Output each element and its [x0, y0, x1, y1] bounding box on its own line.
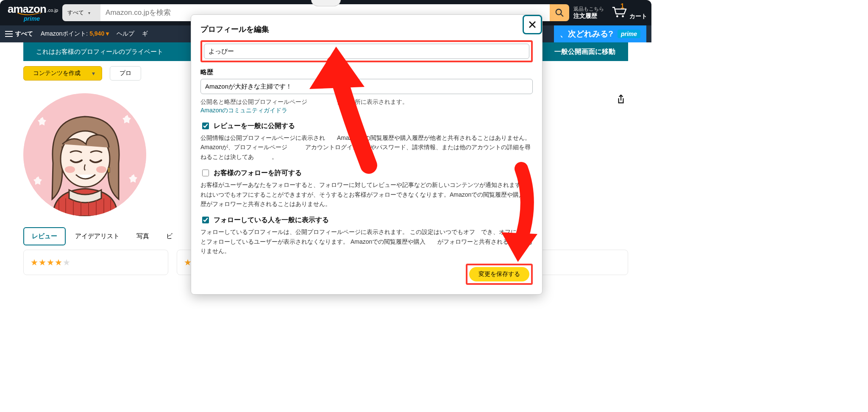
svg-point-2	[616, 15, 618, 17]
nav-right: 返品もこちら 注文履歴 1 カート	[573, 6, 647, 20]
close-icon	[529, 21, 536, 28]
nav-all-label: すべて	[15, 30, 33, 38]
tab-more[interactable]: ビ	[159, 227, 180, 245]
tab-idealist[interactable]: アイデアリスト	[67, 227, 127, 245]
save-button-highlight: 変更を保存する	[466, 264, 533, 285]
name-field-highlight	[200, 40, 533, 62]
avatar-illustration	[23, 93, 146, 216]
chevron-down-icon: ▾	[106, 30, 109, 37]
promo-text: 、次どれみる?	[560, 28, 613, 39]
cart-label: カート	[629, 12, 647, 20]
hamburger-icon	[5, 33, 13, 34]
prime-badge: prime	[618, 30, 640, 38]
allow-follow-checkbox[interactable]	[202, 170, 209, 176]
svg-rect-8	[108, 167, 110, 173]
public-reviews-desc: 公開情報は公開プロフィールページに表示され Amazonでの閲覧履歴や購入履歴が…	[200, 133, 533, 161]
bio-input[interactable]	[200, 79, 533, 94]
modal-title: プロフィールを編集	[200, 24, 533, 34]
svg-point-3	[622, 15, 624, 17]
tab-photos[interactable]: 写真	[129, 227, 157, 245]
nav-cart[interactable]: 1 カート	[612, 6, 647, 20]
nav-orders[interactable]: 返品もこちら 注文履歴	[573, 6, 604, 20]
nav-help[interactable]: ヘルプ	[117, 30, 134, 38]
bio-label: 略歴	[200, 68, 533, 76]
create-label: コンテンツを作成	[33, 70, 81, 77]
avatar[interactable]	[23, 93, 146, 216]
save-row: 変更を保存する	[200, 264, 533, 285]
show-following-checkbox[interactable]	[202, 217, 209, 223]
search-category-dropdown[interactable]: すべて	[62, 4, 100, 21]
show-following-desc: フォローしているプロフィールは、公開プロフィールページに表示されます。 この設定…	[200, 227, 533, 256]
amazon-logo[interactable]: amazon .co.jp prime	[8, 3, 58, 22]
svg-point-6	[65, 166, 75, 173]
public-view-link[interactable]: 一般公開画面に移動	[554, 47, 615, 56]
app-window: amazon .co.jp prime すべて 返品もこちら 注文履歴	[0, 0, 651, 309]
browser-notch	[311, 0, 341, 6]
review-card[interactable]: ★★★★★	[23, 250, 168, 275]
public-reviews-checkbox[interactable]	[202, 122, 209, 129]
tab-reviews[interactable]: レビュー	[23, 227, 66, 245]
orders-label: 注文履歴	[573, 12, 604, 19]
logo-prime: prime	[24, 15, 40, 22]
banner-message: これはお客様のプロフィールのプライベート	[36, 48, 163, 56]
save-button[interactable]: 変更を保存する	[469, 267, 529, 281]
display-name-input[interactable]	[204, 44, 529, 59]
cart-count: 1	[620, 3, 624, 10]
search-icon	[555, 8, 564, 17]
modal-close-button[interactable]	[523, 15, 542, 34]
edit-profile-label: プロ	[120, 70, 131, 77]
allow-follow-label: お客様のフォローを許可する	[214, 169, 302, 178]
points-label: Amazonポイント:	[41, 30, 88, 37]
star-rating: ★★★★★	[31, 257, 71, 267]
edit-profile-button[interactable]: プロ	[110, 66, 141, 81]
allow-follow-desc: お客様がユーザーあなたをフォローすると、フォロワーに対してレビューや記事などの新…	[200, 180, 533, 209]
nav-item-truncated[interactable]: ギ	[142, 30, 148, 38]
svg-point-7	[96, 166, 106, 173]
nav-points[interactable]: Amazonポイント: 5,940 ▾	[41, 30, 109, 38]
svg-line-1	[561, 14, 563, 17]
search-button[interactable]	[550, 4, 569, 21]
nav-promo[interactable]: 、次どれみる? prime	[554, 25, 646, 42]
checkbox-row-allow-follow: お客様のフォローを許可する	[200, 168, 533, 178]
community-guidelines-link[interactable]: Amazonのコミュニティガイドラ	[200, 107, 287, 114]
show-following-label: フォローしている人を一般に表示する	[214, 216, 329, 225]
cart-icon: 1	[612, 6, 628, 20]
checkbox-row-show-following: フォローしている人を一般に表示する	[200, 215, 533, 225]
points-value: 5,940	[89, 30, 104, 37]
returns-label: 返品もこちら	[573, 6, 604, 12]
edit-profile-modal: プロフィールを編集 略歴 公開名と略歴は公開プロフィールページ 他の場所に表示さ…	[191, 14, 542, 295]
public-reviews-label: レビューを一般に公開する	[214, 122, 295, 131]
share-icon[interactable]	[615, 93, 626, 108]
create-content-button[interactable]: コンテンツを作成	[23, 66, 102, 81]
search-category-label: すべて	[67, 9, 84, 17]
nav-all-menu[interactable]: すべて	[5, 30, 33, 38]
helper-text: 公開名と略歴は公開プロフィールページ 他の場所に表示されます。	[200, 97, 533, 106]
checkbox-row-public-reviews: レビューを一般に公開する	[200, 121, 533, 131]
